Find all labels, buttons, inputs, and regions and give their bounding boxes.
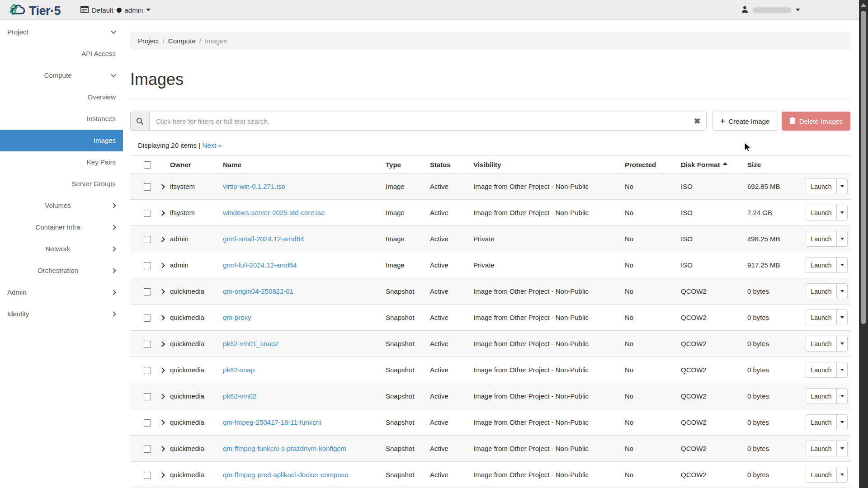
launch-button[interactable]: Launch [806, 257, 836, 273]
sidebar-item-server-groups[interactable]: Server Groups [0, 173, 123, 195]
row-checkbox[interactable] [144, 183, 151, 191]
launch-button[interactable]: Launch [806, 336, 836, 352]
image-name-link[interactable]: qm-ffmpeg-pred-aplikaci-docker-compose [223, 471, 348, 479]
expand-row-icon[interactable] [159, 184, 165, 190]
image-name-link[interactable]: qm-origin04-250822-01 [223, 287, 293, 295]
sidebar-item-project[interactable]: Project [0, 21, 123, 43]
expand-row-icon[interactable] [159, 446, 165, 452]
launch-button[interactable]: Launch [806, 310, 836, 325]
col-header-protected[interactable]: Protected [622, 161, 678, 169]
expand-row-icon[interactable] [159, 341, 165, 347]
image-name-link[interactable]: grml-small-2024.12-amd64 [223, 235, 304, 243]
expand-row-icon[interactable] [159, 210, 165, 216]
breadcrumb-link-project[interactable]: Project [138, 37, 159, 45]
vertical-scrollbar[interactable] [859, 0, 868, 488]
row-checkbox[interactable] [144, 341, 151, 348]
col-header-owner[interactable]: Owner [167, 161, 220, 169]
expand-row-icon[interactable] [159, 236, 165, 242]
expand-row-icon[interactable] [159, 394, 165, 399]
row-checkbox[interactable] [144, 288, 151, 296]
image-name-link[interactable]: pk62-vm01_snap2 [223, 340, 278, 347]
image-name-link[interactable]: grml-full-2024.12-amd64 [223, 261, 297, 269]
image-name-link[interactable]: pk62-snap [223, 366, 255, 374]
launch-dropdown-toggle[interactable] [836, 467, 848, 483]
sidebar-item-overview[interactable]: Overview [0, 86, 123, 108]
launch-dropdown-toggle[interactable] [836, 362, 848, 378]
launch-button[interactable]: Launch [806, 178, 836, 194]
row-checkbox[interactable] [144, 367, 151, 374]
row-checkbox[interactable] [144, 314, 151, 322]
breadcrumb-link-compute[interactable]: Compute [168, 37, 196, 45]
expand-row-icon[interactable] [159, 263, 165, 268]
launch-button[interactable]: Launch [806, 441, 836, 456]
launch-dropdown-toggle[interactable] [836, 257, 848, 273]
launch-button[interactable]: Launch [806, 283, 836, 299]
search-input[interactable] [150, 112, 688, 130]
expand-row-icon[interactable] [159, 367, 165, 373]
launch-dropdown-toggle[interactable] [836, 310, 848, 325]
launch-dropdown-toggle[interactable] [836, 336, 848, 352]
context-switcher[interactable]: Default admin [80, 0, 151, 20]
image-name-link[interactable]: virtio-win-0.1.271.iso [223, 183, 285, 190]
row-checkbox[interactable] [144, 210, 151, 217]
sidebar-item-volumes[interactable]: Volumes [0, 195, 123, 216]
col-header-size[interactable]: Size [745, 161, 795, 169]
launch-button[interactable]: Launch [806, 362, 836, 378]
expand-row-icon[interactable] [159, 472, 165, 478]
col-header-disk-format[interactable]: Disk Format [678, 161, 745, 169]
launch-dropdown-toggle[interactable] [836, 283, 848, 299]
launch-button[interactable]: Launch [806, 467, 836, 483]
sidebar-item-orchestration[interactable]: Orchestration [0, 260, 123, 282]
select-all-checkbox[interactable] [144, 161, 151, 169]
sidebar-item-compute[interactable]: Compute [0, 65, 123, 86]
sidebar-item-network[interactable]: Network [0, 238, 123, 260]
image-name-link[interactable]: qm-fmpeg-250417-18-11-funkcni [223, 418, 321, 426]
launch-dropdown-toggle[interactable] [836, 231, 848, 247]
col-header-visibility[interactable]: Visibility [471, 161, 622, 169]
launch-dropdown-toggle[interactable] [836, 205, 848, 221]
col-header-type[interactable]: Type [383, 161, 427, 169]
row-checkbox[interactable] [144, 236, 151, 243]
user-menu[interactable] [741, 0, 800, 20]
launch-button[interactable]: Launch [806, 231, 836, 247]
row-checkbox[interactable] [144, 262, 151, 269]
launch-button[interactable]: Launch [806, 414, 836, 430]
image-name-link[interactable]: qm-ffmpeg-funkcni-s-prazdnym-konfigem [223, 445, 346, 452]
image-name-link[interactable]: pk62-vm02 [223, 392, 256, 400]
expand-row-icon[interactable] [159, 420, 165, 426]
launch-dropdown-toggle[interactable] [836, 414, 848, 430]
image-name-link[interactable]: qm-proxy [223, 314, 251, 321]
col-header-status[interactable]: Status [427, 161, 471, 169]
launch-split-button: Launch [806, 467, 848, 483]
table-row: quickmedia pk62-snap Snapshot Active Ima… [130, 357, 850, 383]
sidebar-item-api-access[interactable]: API Access [0, 43, 123, 65]
chevron-down-icon [840, 290, 844, 292]
delete-images-button[interactable]: Delete Images [782, 112, 850, 131]
sidebar-item-instances[interactable]: Instances [0, 108, 123, 130]
launch-dropdown-toggle[interactable] [836, 178, 848, 194]
col-header-name[interactable]: Name [220, 161, 383, 169]
sidebar-item-key-pairs[interactable]: Key Pairs [0, 151, 123, 173]
visibility-cell: Image from Other Project - Non-Public [471, 392, 622, 400]
launch-dropdown-toggle[interactable] [836, 441, 848, 456]
expand-row-icon[interactable] [159, 315, 165, 321]
sidebar-item-container-infra[interactable]: Container Infra [0, 216, 123, 238]
row-checkbox[interactable] [144, 419, 151, 427]
launch-button[interactable]: Launch [806, 205, 836, 221]
row-checkbox[interactable] [144, 446, 151, 453]
scrollbar-up-arrow-icon[interactable] [861, 3, 866, 7]
brand-logo[interactable]: Tier·5 [8, 2, 61, 20]
next-page-link[interactable]: Next » [202, 141, 222, 149]
sidebar-item-identity[interactable]: Identity [0, 303, 123, 325]
row-checkbox[interactable] [144, 472, 151, 479]
sidebar-item-admin[interactable]: Admin [0, 282, 123, 303]
row-checkbox[interactable] [144, 393, 151, 400]
launch-dropdown-toggle[interactable] [836, 388, 848, 404]
expand-row-icon[interactable] [159, 289, 165, 295]
sidebar-item-images[interactable]: Images [0, 130, 123, 151]
create-image-button[interactable]: + Create Image [712, 112, 778, 131]
scrollbar-thumb[interactable] [861, 11, 866, 324]
search-clear-button[interactable]: ✖ [688, 112, 706, 130]
image-name-link[interactable]: windows-server-2025-std-core.iso [223, 209, 325, 216]
launch-button[interactable]: Launch [806, 388, 836, 404]
